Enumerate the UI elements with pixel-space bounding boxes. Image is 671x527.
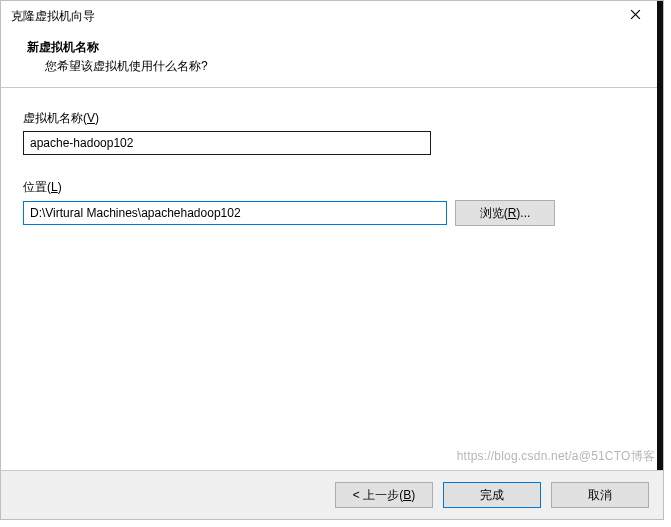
close-icon — [630, 9, 641, 23]
browse-label-post: )... — [516, 206, 530, 220]
vm-location-label: 位置(L) — [23, 179, 641, 196]
vm-location-input[interactable] — [23, 201, 447, 225]
close-button[interactable] — [615, 2, 655, 30]
back-label-post: ) — [411, 488, 415, 502]
vm-name-label-pre: 虚拟机名称( — [23, 111, 87, 125]
vm-name-label-mn: V — [87, 111, 95, 125]
watermark-text: https://blog.csdn.net/a@51CTO博客 — [457, 448, 655, 465]
titlebar: 克隆虚拟机向导 — [1, 1, 663, 31]
right-shadow — [657, 1, 663, 471]
vm-name-input[interactable] — [23, 131, 431, 155]
cancel-label: 取消 — [588, 487, 612, 504]
vm-location-label-mn: L — [51, 180, 58, 194]
browse-button[interactable]: 浏览(R)... — [455, 200, 555, 226]
back-label-pre: < 上一步( — [353, 487, 403, 504]
content-area: 虚拟机名称(V) 位置(L) 浏览(R)... — [1, 88, 663, 260]
finish-label: 完成 — [480, 487, 504, 504]
vm-name-group: 虚拟机名称(V) — [23, 110, 641, 155]
browse-label-pre: 浏览( — [480, 205, 508, 222]
browse-label-mn: R — [508, 206, 517, 220]
finish-button[interactable]: 完成 — [443, 482, 541, 508]
vm-location-group: 位置(L) 浏览(R)... — [23, 179, 641, 226]
vm-name-label-post: ) — [95, 111, 99, 125]
header-subtitle: 您希望该虚拟机使用什么名称? — [27, 58, 645, 75]
vm-location-row: 浏览(R)... — [23, 200, 641, 226]
vm-location-label-pre: 位置( — [23, 180, 51, 194]
vm-name-label: 虚拟机名称(V) — [23, 110, 641, 127]
back-label-mn: B — [403, 488, 411, 502]
back-button[interactable]: < 上一步(B) — [335, 482, 433, 508]
wizard-header: 新虚拟机名称 您希望该虚拟机使用什么名称? — [1, 31, 663, 85]
window-title: 克隆虚拟机向导 — [11, 8, 615, 25]
vm-location-label-post: ) — [58, 180, 62, 194]
button-bar: < 上一步(B) 完成 取消 — [1, 471, 663, 519]
header-title: 新虚拟机名称 — [27, 39, 645, 56]
wizard-window: 克隆虚拟机向导 新虚拟机名称 您希望该虚拟机使用什么名称? 虚拟机名称(V) 位… — [0, 0, 664, 520]
cancel-button[interactable]: 取消 — [551, 482, 649, 508]
